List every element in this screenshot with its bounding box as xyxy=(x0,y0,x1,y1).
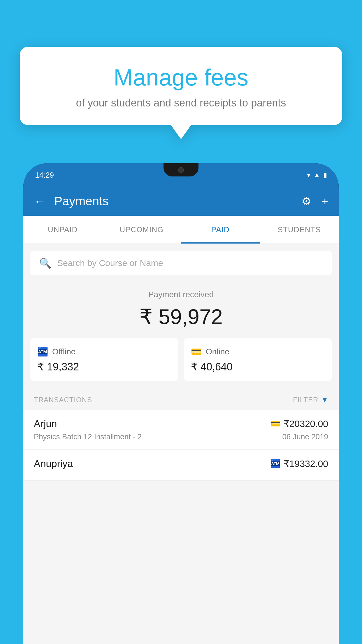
tab-bar: UNPAID UPCOMING PAID STUDENTS xyxy=(23,216,339,244)
header-actions: ⚙ + xyxy=(301,195,328,208)
tab-unpaid[interactable]: UNPAID xyxy=(23,216,102,244)
offline-card: 🏧 Offline ₹ 19,332 xyxy=(30,338,178,381)
offline-amount: ₹ 19,332 xyxy=(37,361,171,373)
payment-received-amount: ₹ 59,972 xyxy=(30,304,332,329)
transaction-row-bottom: Physics Batch 12 Installment - 2 06 June… xyxy=(34,432,328,441)
online-amount: ₹ 40,640 xyxy=(191,361,325,373)
transaction-row-top: Arjun 💳 ₹20320.00 xyxy=(34,418,328,429)
transactions-label: TRANSACTIONS xyxy=(34,396,92,404)
offline-icon: 🏧 xyxy=(37,346,48,357)
tab-students[interactable]: STUDENTS xyxy=(260,216,339,244)
speech-bubble: Manage fees of your students and send re… xyxy=(20,47,342,125)
phone-device: 14:29 ▾ ▲ ▮ ← Payments ⚙ + UNPAID UPCOMI… xyxy=(23,163,339,644)
payment-received-section: Payment received ₹ 59,972 xyxy=(23,275,339,338)
phone-screen: ← Payments ⚙ + UNPAID UPCOMING PAID STUD… xyxy=(23,187,339,644)
filter-section[interactable]: FILTER ▼ xyxy=(293,396,328,404)
back-button[interactable]: ← xyxy=(34,195,45,208)
bubble-title: Manage fees xyxy=(34,64,328,91)
battery-icon: ▮ xyxy=(323,171,327,179)
tab-upcoming[interactable]: UPCOMING xyxy=(102,216,181,244)
search-icon: 🔍 xyxy=(39,257,51,269)
tab-paid[interactable]: PAID xyxy=(181,216,260,244)
status-time: 14:29 xyxy=(35,171,54,180)
signal-icon: ▲ xyxy=(313,171,320,179)
camera-dot xyxy=(178,167,184,173)
status-icons: ▾ ▲ ▮ xyxy=(307,171,327,179)
app-content: 🔍 Search by Course or Name Payment recei… xyxy=(23,244,339,644)
online-card-header: 💳 Online xyxy=(191,346,325,357)
transaction-row[interactable]: Anupriya 🏧 ₹19332.00 xyxy=(23,450,339,481)
app-header: ← Payments ⚙ + xyxy=(23,187,339,216)
offline-card-header: 🏧 Offline xyxy=(37,346,171,357)
transaction-amount: ₹19332.00 xyxy=(284,458,328,469)
notch xyxy=(164,163,198,176)
bubble-subtitle: of your students and send receipts to pa… xyxy=(34,97,328,109)
transaction-date: 06 June 2019 xyxy=(282,432,328,441)
wifi-icon: ▾ xyxy=(307,171,310,179)
online-card: 💳 Online ₹ 40,640 xyxy=(184,338,332,381)
transaction-name: Anupriya xyxy=(34,458,73,469)
search-placeholder: Search by Course or Name xyxy=(57,258,163,268)
status-bar: 14:29 ▾ ▲ ▮ xyxy=(23,163,339,187)
transaction-amount-wrap: 🏧 ₹19332.00 xyxy=(270,458,328,469)
offline-label: Offline xyxy=(52,347,75,356)
transaction-detail: Physics Batch 12 Installment - 2 xyxy=(34,432,142,441)
transaction-payment-icon: 💳 xyxy=(270,419,281,428)
transaction-row[interactable]: Arjun 💳 ₹20320.00 Physics Batch 12 Insta… xyxy=(23,410,339,450)
transaction-payment-icon: 🏧 xyxy=(270,459,281,468)
settings-icon[interactable]: ⚙ xyxy=(301,195,311,208)
add-icon[interactable]: + xyxy=(322,195,328,208)
transaction-name: Arjun xyxy=(34,418,57,429)
filter-label: FILTER xyxy=(293,396,318,404)
search-bar[interactable]: 🔍 Search by Course or Name xyxy=(30,251,332,275)
filter-icon: ▼ xyxy=(321,396,328,404)
card-icon: 💳 xyxy=(191,346,202,357)
payment-received-label: Payment received xyxy=(30,290,332,299)
transaction-row-top: Anupriya 🏧 ₹19332.00 xyxy=(34,458,328,469)
transactions-header: TRANSACTIONS FILTER ▼ xyxy=(23,390,339,410)
transaction-amount-wrap: 💳 ₹20320.00 xyxy=(270,418,328,429)
online-label: Online xyxy=(206,347,229,356)
page-title: Payments xyxy=(54,194,293,208)
payment-cards-row: 🏧 Offline ₹ 19,332 💳 Online ₹ 40,640 xyxy=(23,338,339,390)
transaction-amount: ₹20320.00 xyxy=(284,418,328,429)
